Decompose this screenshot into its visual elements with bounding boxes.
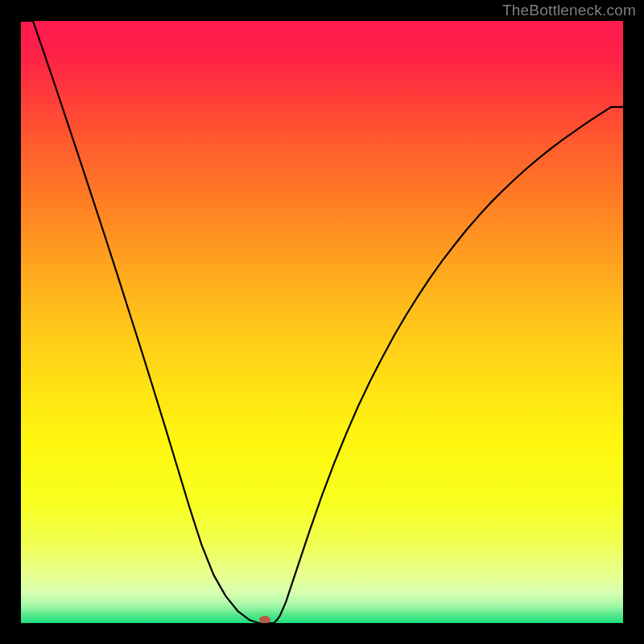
chart-background bbox=[21, 21, 623, 623]
chart-svg bbox=[21, 21, 623, 623]
watermark-text: TheBottleneck.com bbox=[502, 2, 636, 19]
chart-plot-area bbox=[21, 21, 623, 623]
chart-frame: TheBottleneck.com bbox=[0, 0, 644, 644]
